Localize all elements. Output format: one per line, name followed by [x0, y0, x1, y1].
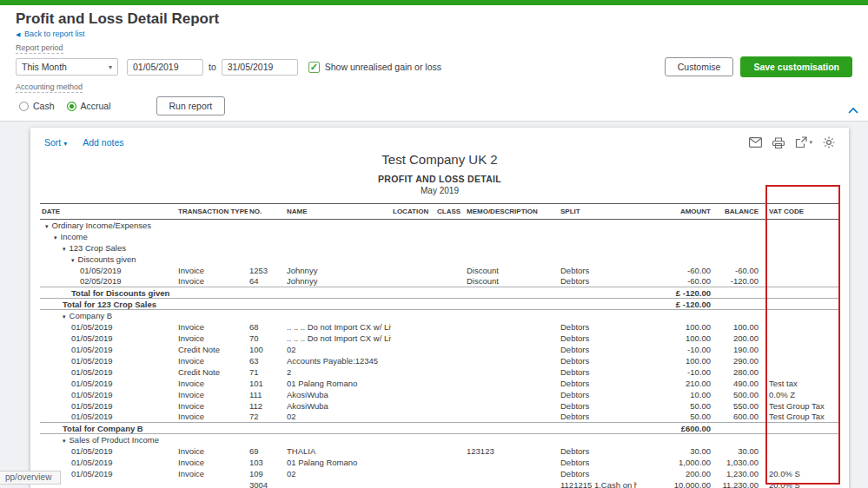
cell-location [391, 366, 435, 378]
cell-location [391, 355, 435, 366]
date-range-to-label: to [209, 62, 216, 72]
cell-amount: 10.00 [637, 389, 712, 400]
cell-date: 01/05/2019 [40, 366, 176, 378]
cell-txn_type: Invoice [176, 265, 248, 276]
cell-txn_type: Invoice [176, 400, 248, 412]
add-notes-link[interactable]: Add notes [83, 137, 123, 148]
column-header-class[interactable]: CLASS [435, 204, 465, 220]
cell-balance: 1,030.00 [712, 457, 760, 468]
cell-location [391, 344, 435, 355]
cell-split: Debtors [559, 333, 637, 344]
cell-class [435, 400, 465, 412]
chevron-down-icon: ▾ [109, 63, 112, 71]
section-label: Sales of Product Income [70, 435, 160, 445]
cell-txn_type: Invoice [176, 378, 248, 389]
cell-name: .. .. .. Do not Import CX w/ Liv... [285, 321, 391, 333]
section-collapse-icon[interactable]: ▾ [54, 234, 57, 241]
cell-memo [465, 355, 559, 366]
cell-amount: 50.00 [637, 412, 712, 423]
transaction-row[interactable]: 01/05/2019Invoice70.. .. .. Do not Impor… [40, 333, 839, 344]
total-vat-empty [760, 299, 839, 310]
column-header-split[interactable]: SPLIT [559, 204, 637, 220]
cell-name: 01 Palang Romano [285, 378, 391, 389]
column-header-vat-code[interactable]: VAT CODE [760, 204, 839, 220]
cash-radio[interactable] [19, 102, 29, 111]
transaction-row[interactable]: 01/05/2019Invoice10101 Palang RomanoDebt… [40, 378, 839, 389]
column-header-transaction-type[interactable]: TRANSACTION TYPE [176, 204, 248, 220]
check-icon: ✓ [310, 62, 318, 73]
accrual-radio[interactable] [67, 102, 76, 111]
cell-class [435, 355, 465, 366]
section-collapse-icon[interactable]: ▾ [45, 223, 49, 230]
transaction-row[interactable]: 30041121215 1.Cash on hand 210,000.0011,… [40, 479, 839, 488]
cell-name: 02 [285, 468, 391, 479]
customise-button[interactable]: Customise [665, 57, 734, 76]
cell-txn_type: Invoice [176, 445, 248, 457]
column-header-amount[interactable]: AMOUNT [637, 204, 712, 220]
cell-amount: 10,000.00 [637, 479, 712, 488]
show-unrealised-label: Show unrealised gain or loss [325, 62, 441, 72]
column-header-no-[interactable]: NO. [248, 204, 285, 220]
back-to-report-list-link[interactable]: ◀ Back to report list [16, 30, 84, 38]
cell-amount: 1,000.00 [637, 457, 712, 468]
transaction-row[interactable]: 01/05/2019Credit Note712Debtors-10.00280… [40, 366, 839, 378]
accrual-radio-label: Accrual [81, 101, 111, 111]
page-title: Profit and Loss Detail Report [16, 10, 852, 28]
back-arrow-icon: ◀ [16, 31, 20, 37]
print-icon[interactable] [772, 137, 785, 148]
transaction-row[interactable]: 01/05/2019Invoice10902Debtors200.001,230… [40, 468, 839, 479]
total-balance-empty [712, 299, 760, 310]
transaction-row[interactable]: 01/05/2019Invoice7202Debtors50.00600.00T… [40, 412, 839, 423]
section-label: Company B [70, 311, 113, 320]
cell-split: 1121215 1.Cash on hand 2 [559, 479, 637, 488]
cell-date: 01/05/2019 [40, 265, 176, 276]
export-icon[interactable]: ▾ [795, 136, 812, 148]
section-label: Income [61, 232, 88, 241]
section-collapse-icon[interactable]: ▾ [71, 257, 75, 264]
section-collapse-icon[interactable]: ▾ [63, 246, 66, 253]
column-header-memo-description[interactable]: MEMO/DESCRIPTION [465, 204, 559, 220]
cell-name: .. .. .. Do not Import CX w/ Liv... [285, 333, 391, 344]
transaction-row[interactable]: 01/05/2019Invoice63Accounts Payable:1234… [40, 355, 839, 366]
save-customisation-button[interactable]: Save customisation [740, 56, 852, 77]
date-to-input[interactable] [222, 59, 298, 76]
show-unrealised-checkbox[interactable]: ✓ [308, 62, 320, 73]
sort-dropdown[interactable]: Sort ▾ [44, 137, 67, 148]
transaction-row[interactable]: 02/05/2019Invoice64JohnnyyDiscountDebtor… [40, 276, 839, 287]
cell-balance: 190.00 [712, 344, 760, 355]
total-amount: £ -120.00 [637, 287, 712, 299]
transaction-row[interactable]: 01/05/2019Invoice1253JohnnyyDiscountDebt… [40, 265, 839, 276]
cell-balance: -120.00 [712, 276, 760, 287]
collapse-panel-chevron-icon[interactable] [847, 102, 859, 118]
report-period-select[interactable]: This Month ▾ [16, 58, 118, 76]
transaction-row[interactable]: 01/05/2019Invoice68.. .. .. Do not Impor… [40, 321, 839, 333]
gear-icon[interactable] [823, 136, 835, 148]
cell-vat_code: 20.0% S [760, 468, 839, 479]
transaction-row[interactable]: 01/05/2019Invoice111AkosiWubaDebtors10.0… [40, 389, 839, 400]
cell-date: 01/05/2019 [40, 344, 176, 355]
date-from-input[interactable] [127, 59, 203, 76]
cell-name: AkosiWuba [285, 389, 391, 400]
column-header-date[interactable]: DATE [40, 204, 176, 220]
cell-location [391, 400, 435, 412]
report-table: DATETRANSACTION TYPENO.NAMELOCATIONCLASS… [40, 203, 839, 488]
cell-memo [465, 412, 559, 423]
cell-no: 109 [248, 468, 285, 479]
section-label: Discounts given [78, 254, 136, 264]
cell-name: Johnnyy [285, 265, 391, 276]
column-header-location[interactable]: LOCATION [391, 204, 435, 220]
run-report-button[interactable]: Run report [156, 96, 226, 115]
column-header-name[interactable]: NAME [285, 204, 391, 220]
section-collapse-icon[interactable]: ▾ [63, 438, 66, 445]
column-header-balance[interactable]: BALANCE [712, 204, 760, 220]
transaction-row[interactable]: 01/05/2019Credit Note10002Debtors-10.001… [40, 344, 839, 355]
transaction-row[interactable]: 01/05/2019Invoice112AkosiWubaDebtors50.0… [40, 400, 839, 412]
cell-txn_type: Invoice [176, 333, 248, 344]
transaction-row[interactable]: 01/05/2019Invoice10301 Palang RomanoDebt… [40, 457, 839, 468]
section-collapse-icon[interactable]: ▾ [63, 313, 66, 320]
email-icon[interactable] [749, 137, 762, 148]
cell-split: Debtors [559, 321, 637, 333]
cell-balance: 490.00 [712, 378, 760, 389]
transaction-row[interactable]: 01/05/2019Invoice69THALIA123123Debtors30… [40, 445, 839, 457]
cell-balance: -60.00 [712, 265, 760, 276]
